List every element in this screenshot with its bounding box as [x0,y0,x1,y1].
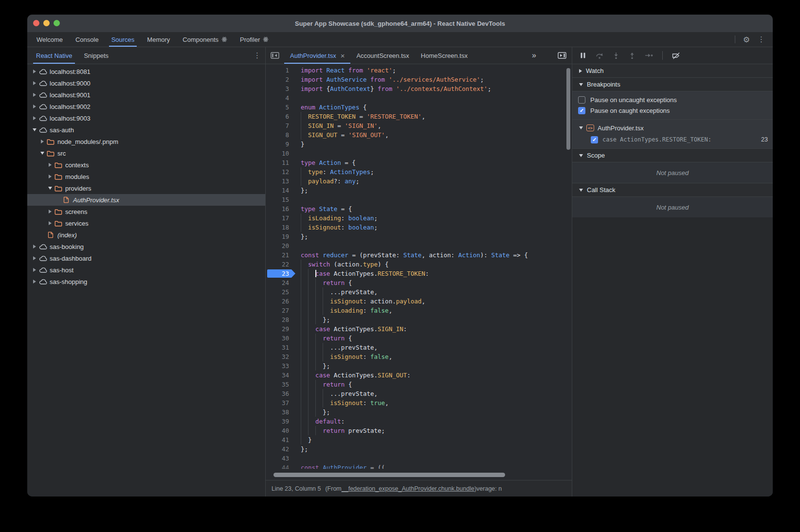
tree-item[interactable]: sas-host [27,264,265,276]
horizontal-scrollbar-thumb[interactable] [273,473,505,477]
line-number[interactable]: 15 [266,195,293,204]
tree-item[interactable]: localhost:9003 [27,112,265,124]
tab-console[interactable]: Console [69,32,105,47]
line-number[interactable]: 23 [266,269,293,278]
line-number[interactable]: 2 [266,75,293,84]
source-bundle-link[interactable]: __federation_expose_AuthProvider.chunk.b… [342,485,474,492]
more-tabs-chevron[interactable]: » [532,47,553,64]
line-number[interactable]: 28 [266,315,293,324]
line-number[interactable]: 27 [266,306,293,315]
minimize-window-button[interactable] [43,20,50,26]
collapse-debugger-sidebar-icon[interactable] [553,47,572,64]
line-number[interactable]: 40 [266,426,293,435]
pause-option-row[interactable]: Pause on uncaught exceptions [572,94,773,105]
line-number[interactable]: 16 [266,204,293,213]
line-number[interactable]: 22 [266,260,293,269]
breakpoint-file-group[interactable]: <>AuthProvider.tsx [572,122,773,134]
tree-item[interactable]: providers [27,182,265,194]
line-number[interactable]: 33 [266,361,293,371]
checkbox[interactable]: ✓ [578,107,585,114]
step-into-icon[interactable] [613,52,619,59]
tree-item[interactable]: sas-dashboard [27,252,265,264]
line-number[interactable]: 12 [266,167,293,177]
line-number[interactable]: 24 [266,278,293,287]
tree-item[interactable]: modules [27,171,265,182]
step-icon[interactable] [645,53,653,58]
line-number[interactable]: 5 [266,103,293,112]
call-stack-section-header[interactable]: Call Stack [572,183,773,197]
tree-item[interactable]: AuthProvider.tsx [27,194,265,206]
watch-section-header[interactable]: Watch [572,64,773,78]
tree-item[interactable]: (index) [27,229,265,241]
tree-item[interactable]: localhost:8081 [27,66,265,77]
line-number[interactable]: 9 [266,140,293,149]
tree-item[interactable]: sas-auth [27,124,265,136]
line-number[interactable]: 1 [266,66,293,75]
line-number[interactable]: 39 [266,417,293,426]
tree-item[interactable]: node_modules/.pnpm [27,136,265,147]
code-area[interactable]: 1import React from 'react';2import AuthS… [266,64,572,480]
tree-item[interactable]: localhost:9002 [27,101,265,112]
line-number[interactable]: 26 [266,297,293,306]
line-number[interactable]: 25 [266,287,293,297]
tab-profiler[interactable]: Profiler [234,32,275,47]
line-number[interactable]: 44 [266,463,293,469]
pause-option-row[interactable]: ✓Pause on caught exceptions [572,105,773,116]
tree-item[interactable]: contexts [27,159,265,171]
line-number[interactable]: 13 [266,177,293,186]
settings-gear-icon[interactable]: ⚙ [739,35,754,44]
breakpoint-flag[interactable] [267,269,295,278]
deactivate-breakpoints-icon[interactable] [672,52,680,59]
pause-script-icon[interactable] [580,52,586,59]
tree-item[interactable]: services [27,217,265,229]
editor-tab-authprovider.tsx[interactable]: AuthProvider.tsx× [284,47,350,64]
line-number[interactable]: 6 [266,112,293,121]
line-number[interactable]: 18 [266,223,293,232]
tree-item[interactable]: sas-booking [27,241,265,252]
step-out-icon[interactable] [629,52,636,59]
line-number[interactable]: 8 [266,130,293,140]
line-number[interactable]: 29 [266,324,293,334]
line-number[interactable]: 41 [266,435,293,444]
close-tab-icon[interactable]: × [341,52,345,59]
tree-item[interactable]: sas-shopping [27,276,265,287]
line-number[interactable]: 17 [266,213,293,223]
tree-item[interactable]: localhost:9001 [27,89,265,101]
line-number[interactable]: 32 [266,352,293,361]
line-number[interactable]: 42 [266,444,293,454]
navigator-tab-snippets[interactable]: Snippets [78,47,114,64]
tree-item[interactable]: src [27,147,265,159]
navigator-menu-kebab-icon[interactable]: ⋮ [249,51,265,60]
main-menu-kebab-icon[interactable]: ⋮ [754,35,769,44]
line-number[interactable]: 7 [266,121,293,130]
line-number[interactable]: 31 [266,343,293,352]
line-number[interactable]: 37 [266,398,293,408]
tree-item[interactable]: screens [27,206,265,217]
line-number[interactable]: 30 [266,334,293,343]
collapse-navigator-icon[interactable] [266,47,284,64]
breakpoints-section-header[interactable]: Breakpoints [572,78,773,91]
tab-welcome[interactable]: Welcome [30,32,69,47]
editor-tab-homescreen.tsx[interactable]: HomeScreen.tsx [415,47,473,64]
tab-components[interactable]: Components [176,32,234,47]
line-number[interactable]: 34 [266,371,293,380]
navigator-tab-react-native[interactable]: React Native [30,47,78,64]
tree-item[interactable]: localhost:9000 [27,77,265,89]
line-number[interactable]: 3 [266,84,293,93]
checkbox[interactable]: ✓ [591,136,598,143]
line-number[interactable]: 14 [266,186,293,195]
line-number[interactable]: 4 [266,93,293,103]
tab-sources[interactable]: Sources [105,32,141,47]
titlebar[interactable]: Super App Showcase (sdk_gphone64_arm64) … [27,15,773,32]
line-number[interactable]: 11 [266,158,293,167]
checkbox[interactable] [578,96,585,104]
line-number[interactable]: 20 [266,241,293,250]
line-number[interactable]: 19 [266,232,293,241]
scope-section-header[interactable]: Scope [572,148,773,162]
line-number[interactable]: 36 [266,389,293,398]
step-over-icon[interactable] [596,52,603,59]
line-number[interactable]: 43 [266,454,293,463]
close-window-button[interactable] [33,20,39,26]
tab-memory[interactable]: Memory [141,32,176,47]
zoom-window-button[interactable] [54,20,60,26]
